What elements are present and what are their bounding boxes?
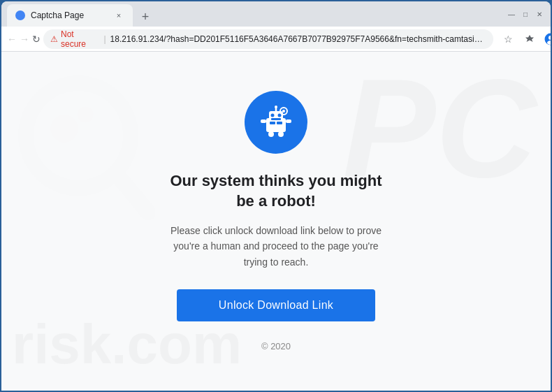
new-tab-button[interactable]: + (136, 7, 155, 27)
back-button[interactable]: ← (7, 29, 17, 49)
url-bar[interactable]: ⚠ Not secure | 18.216.91.234/?hash=DD201… (43, 29, 493, 49)
title-bar: Captcha Page × + — □ ✕ (1, 1, 551, 27)
svg-rect-19 (277, 122, 282, 124)
url-text: 18.216.91.234/?hash=DD201F5116F5A3646A76… (110, 34, 486, 44)
toolbar-icons: ☆ ⋮ (499, 29, 551, 49)
svg-point-11 (271, 113, 275, 117)
svg-point-12 (278, 113, 282, 117)
svg-point-17 (278, 131, 284, 137)
window-controls: — □ ✕ (506, 8, 545, 20)
svg-point-6 (77, 106, 94, 123)
svg-rect-15 (286, 119, 291, 123)
address-bar: ← → ↻ ⚠ Not secure | 18.216.91.234/?hash… (1, 27, 551, 52)
svg-point-21 (282, 110, 285, 112)
close-button[interactable]: ✕ (534, 8, 545, 20)
svg-point-10 (275, 106, 277, 108)
footer-copyright: © 2020 (261, 341, 291, 351)
minimize-button[interactable]: — (506, 8, 517, 20)
svg-rect-14 (261, 119, 266, 123)
refresh-button[interactable]: ↻ (32, 29, 41, 49)
active-tab[interactable]: Captcha Page × (7, 4, 133, 27)
headline: Our system thinks you might be a robot! (170, 170, 382, 212)
tab-favicon (15, 10, 25, 20)
tab-title: Captcha Page (31, 10, 108, 20)
page-content: PC risk.com (1, 52, 551, 391)
robot-icon (258, 104, 294, 140)
svg-point-5 (50, 115, 78, 143)
svg-rect-13 (271, 118, 281, 120)
tab-area: Captcha Page × + (7, 1, 500, 27)
magnifier-watermark (15, 73, 155, 226)
extensions-button[interactable] (520, 29, 539, 49)
svg-rect-18 (270, 122, 275, 124)
robot-icon-circle (245, 91, 307, 154)
maximize-button[interactable]: □ (520, 8, 531, 20)
forward-button[interactable]: → (20, 29, 29, 49)
unlock-download-button[interactable]: Unlock Download Link (177, 289, 375, 321)
warning-icon: ⚠ (50, 34, 58, 44)
not-secure-label: Not secure (61, 29, 99, 49)
security-indicator: ⚠ Not secure (50, 29, 99, 49)
tab-close-button[interactable]: × (113, 10, 124, 21)
svg-point-16 (268, 131, 274, 137)
browser-window: Captcha Page × + — □ ✕ ← → ↻ ⚠ Not secur… (1, 1, 551, 391)
subtext: Please click unlock download link below … (164, 223, 388, 270)
svg-point-3 (26, 83, 131, 188)
account-button[interactable] (541, 29, 551, 49)
captcha-card: Our system thinks you might be a robot! … (136, 77, 416, 366)
bookmark-button[interactable]: ☆ (499, 29, 518, 49)
